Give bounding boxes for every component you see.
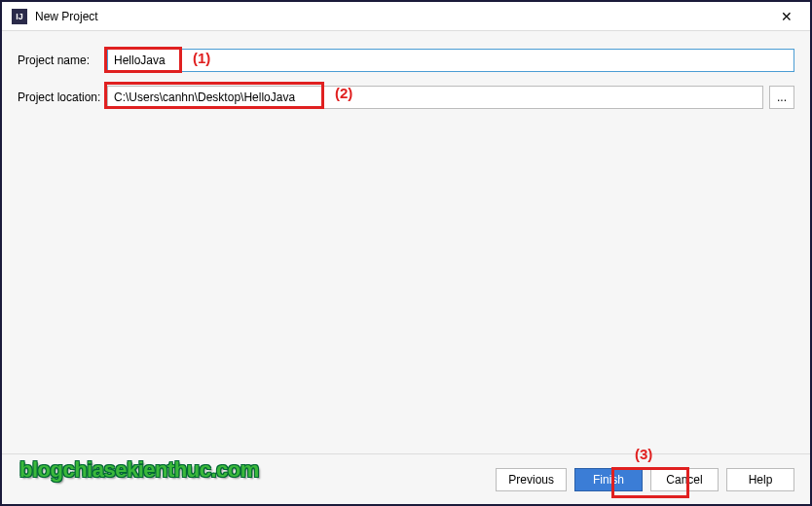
finish-button[interactable]: Finish [574, 468, 643, 491]
dialog-footer: Previous Finish Cancel Help [2, 453, 810, 504]
app-icon: IJ [12, 9, 27, 24]
project-name-row: Project name: [18, 49, 794, 72]
project-location-input[interactable] [107, 86, 763, 109]
project-name-label: Project name: [18, 54, 107, 67]
project-location-row: Project location: ... [18, 86, 794, 109]
cancel-button[interactable]: Cancel [650, 468, 719, 491]
previous-button[interactable]: Previous [496, 468, 567, 491]
browse-button[interactable]: ... [769, 86, 794, 109]
titlebar: IJ New Project ✕ [2, 2, 810, 31]
window-title: New Project [35, 10, 773, 23]
help-button[interactable]: Help [726, 468, 794, 491]
project-name-input[interactable] [107, 49, 794, 72]
dialog-content: Project name: Project location: ... [2, 31, 810, 453]
close-icon[interactable]: ✕ [773, 7, 800, 26]
project-location-label: Project location: [18, 90, 107, 104]
